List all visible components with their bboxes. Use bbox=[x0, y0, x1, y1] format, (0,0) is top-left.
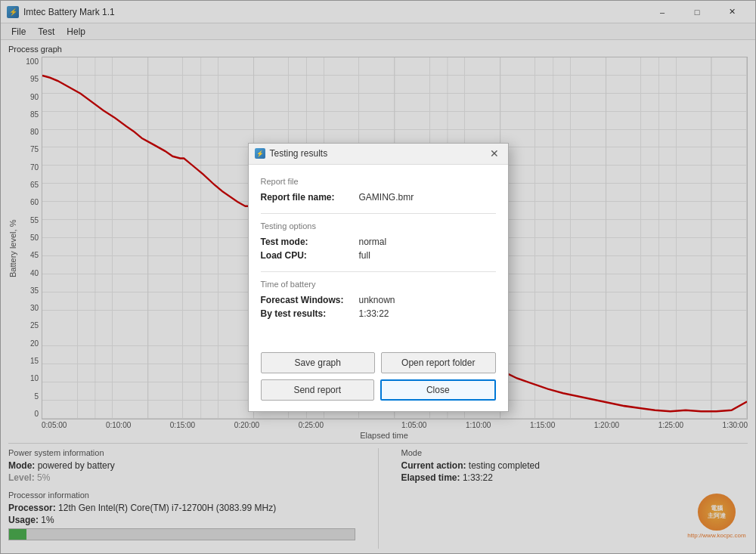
close-dialog-button[interactable]: Close bbox=[380, 379, 496, 401]
modal-overlay: ⚡ Testing results ✕ Report file Report f… bbox=[0, 0, 756, 554]
report-file-name-row: Report file name: GAMING.bmr bbox=[261, 192, 496, 203]
forecast-windows-row: Forecast Windows: unknown bbox=[261, 295, 496, 305]
test-mode-label: Test mode: bbox=[261, 237, 359, 247]
dialog-buttons-row-1: Save graph Open report folder bbox=[261, 352, 496, 373]
report-file-label: Report file bbox=[261, 177, 496, 186]
dialog-title-bar: ⚡ Testing results ✕ bbox=[249, 144, 508, 165]
report-file-name-label: Report file name: bbox=[261, 192, 359, 203]
time-battery-label: Time of battery bbox=[261, 280, 496, 289]
testing-options-label: Testing options bbox=[261, 221, 496, 231]
dialog-buttons-row-2: Send report Close bbox=[261, 379, 496, 401]
forecast-windows-value: unknown bbox=[359, 295, 395, 305]
load-cpu-label: Load CPU: bbox=[261, 250, 359, 261]
report-file-name-value: GAMING.bmr bbox=[359, 192, 414, 203]
time-battery-section: Time of battery Forecast Windows: unknow… bbox=[261, 280, 496, 330]
by-test-results-row: By test results: 1:33:22 bbox=[261, 308, 496, 319]
testing-results-dialog: ⚡ Testing results ✕ Report file Report f… bbox=[248, 143, 509, 412]
dialog-close-button[interactable]: ✕ bbox=[487, 146, 502, 161]
main-window: ⚡ Imtec Battery Mark 1.1 – □ ✕ File Test… bbox=[0, 0, 756, 554]
send-report-button[interactable]: Send report bbox=[261, 379, 375, 401]
dialog-buttons: Save graph Open report folder Send repor… bbox=[249, 346, 508, 411]
dialog-icon: ⚡ bbox=[255, 148, 265, 159]
by-test-results-value: 1:33:22 bbox=[359, 308, 389, 319]
forecast-windows-label: Forecast Windows: bbox=[261, 295, 359, 305]
save-graph-button[interactable]: Save graph bbox=[261, 352, 376, 373]
load-cpu-value: full bbox=[359, 250, 370, 261]
load-cpu-row: Load CPU: full bbox=[261, 250, 496, 261]
test-mode-value: normal bbox=[359, 237, 387, 247]
dialog-body: Report file Report file name: GAMING.bmr… bbox=[249, 165, 508, 346]
by-test-results-label: By test results: bbox=[261, 308, 359, 319]
open-report-folder-button[interactable]: Open report folder bbox=[381, 352, 496, 373]
test-mode-row: Test mode: normal bbox=[261, 237, 496, 247]
dialog-title: Testing results bbox=[270, 148, 487, 159]
report-file-section: Report file Report file name: GAMING.bmr bbox=[261, 177, 496, 214]
testing-options-section: Testing options Test mode: normal Load C… bbox=[261, 221, 496, 272]
